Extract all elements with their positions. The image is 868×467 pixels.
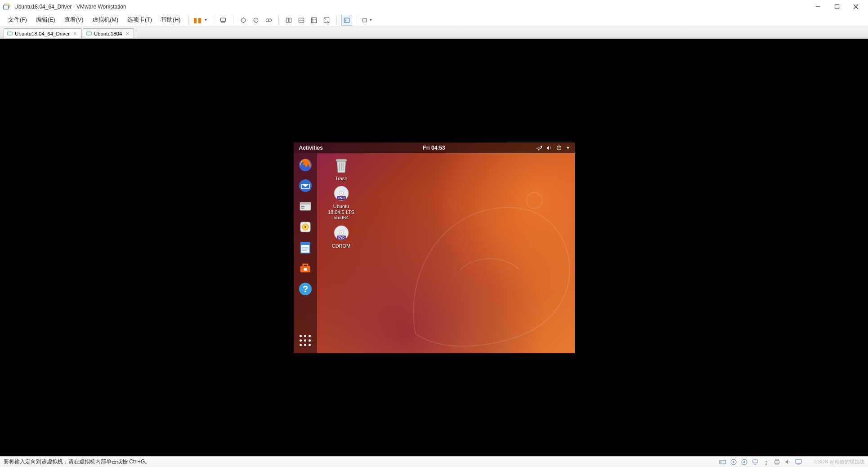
svg-text:?: ? (302, 284, 308, 294)
pause-vm-button[interactable]: ▮▮▼ (193, 16, 208, 24)
svg-rect-3 (835, 5, 839, 9)
svg-rect-37 (301, 242, 310, 245)
svg-text:?: ? (541, 146, 542, 148)
device-cd2-icon[interactable] (741, 459, 747, 465)
svg-rect-32 (301, 208, 304, 209)
desktop-item-ubuntu-iso[interactable]: DVD Ubuntu 18.04.5 LTS amd64 (323, 184, 359, 221)
dock-app-thunderbird[interactable] (296, 177, 314, 195)
svg-rect-13 (289, 18, 291, 22)
vm-viewport[interactable]: Activities Fri 04:53 ? ▼ ? T (0, 39, 868, 456)
dock-app-help[interactable]: ? (296, 280, 314, 298)
device-cd-icon[interactable] (730, 459, 737, 465)
separator (336, 16, 337, 25)
svg-rect-12 (286, 18, 289, 22)
svg-rect-7 (222, 22, 224, 22)
console-view-button[interactable] (341, 15, 352, 26)
chevron-down-icon[interactable]: ▼ (369, 18, 372, 22)
svg-point-62 (733, 461, 734, 463)
svg-rect-45 (336, 159, 347, 161)
ubuntu-dock: ? (294, 153, 317, 353)
device-net-icon[interactable] (752, 459, 759, 465)
window-titlebar: Ubuntu18.04_64_Driver - VMware Workstati… (0, 0, 868, 13)
svg-rect-21 (87, 32, 91, 35)
show-applications-button[interactable] (297, 333, 313, 349)
svg-rect-30 (300, 202, 311, 205)
close-button[interactable] (853, 4, 859, 10)
menu-help[interactable]: 帮助(H) (157, 15, 184, 25)
device-printer-icon[interactable] (774, 459, 780, 465)
dock-app-rhythmbox[interactable] (296, 218, 314, 236)
dock-app-files[interactable] (296, 197, 314, 215)
chevron-down-icon[interactable]: ▼ (204, 18, 208, 22)
system-menu-chevron-icon[interactable]: ▼ (566, 146, 570, 150)
fullscreen-button[interactable] (321, 15, 332, 26)
svg-text:DVD: DVD (338, 196, 345, 200)
device-hdd-icon[interactable] (719, 459, 726, 465)
dvd-icon: DVD (332, 184, 351, 203)
svg-rect-16 (312, 18, 317, 22)
menu-file[interactable]: 文件(F) (4, 15, 31, 25)
statusbar-hint: 要将输入定向到该虚拟机，请在虚拟机内部单击或按 Ctrl+G。 (4, 458, 150, 466)
clock[interactable]: Fri 04:53 (423, 145, 445, 151)
snapshot-manage-button[interactable] (263, 15, 274, 26)
snapshot-revert-button[interactable] (251, 15, 261, 26)
svg-point-64 (743, 461, 745, 463)
svg-point-35 (304, 226, 306, 228)
svg-text:DVD: DVD (338, 236, 345, 239)
device-sound-icon[interactable] (785, 459, 791, 465)
vm-tab-ubuntu1804[interactable]: Ubuntu1804 × (83, 28, 134, 38)
wallpaper-beaver-outline (381, 156, 575, 353)
svg-point-56 (340, 232, 342, 234)
stretch-guest-button[interactable]: ▼ (362, 15, 372, 26)
minimize-button[interactable] (815, 4, 821, 10)
vm-tab-icon (7, 31, 13, 37)
svg-point-23 (538, 149, 539, 150)
dock-app-firefox[interactable] (296, 156, 314, 174)
svg-rect-18 (345, 18, 349, 22)
menubar: 文件(F) 编辑(E) 查看(V) 虚拟机(M) 选项卡(T) 帮助(H) ▮▮… (0, 13, 868, 27)
snapshot-take-button[interactable] (238, 15, 249, 26)
svg-rect-65 (753, 460, 758, 463)
device-usb-icon[interactable] (763, 459, 769, 465)
viewmode-split-button[interactable] (296, 15, 307, 26)
statusbar: 要将输入定向到该虚拟机，请在虚拟机内部单击或按 Ctrl+G。 CSDN @精致… (0, 456, 868, 467)
statusbar-device-icons: CSDN @精致的螺旋线 (719, 458, 864, 465)
svg-rect-68 (775, 459, 779, 461)
volume-indicator-icon[interactable] (546, 145, 552, 151)
activities-button[interactable]: Activities (294, 145, 328, 151)
close-tab-button[interactable]: × (73, 30, 77, 37)
watermark-text: CSDN @精致的螺旋线 (814, 458, 864, 465)
svg-point-9 (254, 18, 259, 22)
dock-app-software[interactable] (296, 259, 314, 277)
vm-tab-strip: Ubuntu18.04_64_Driver × Ubuntu1804 × (0, 27, 868, 39)
separator (188, 16, 189, 25)
desktop-icons: Trash DVD Ubuntu 18.04.5 LTS amd64 DVD C… (323, 156, 359, 249)
desktop-item-cdrom[interactable]: DVD CDROM (323, 223, 359, 249)
close-tab-button[interactable]: × (125, 30, 129, 37)
svg-point-51 (340, 192, 342, 194)
send-ctrl-alt-del-button[interactable] (218, 15, 228, 26)
device-display-icon[interactable] (795, 459, 802, 465)
svg-point-61 (731, 459, 736, 465)
menu-edit[interactable]: 编辑(E) (32, 15, 59, 25)
svg-point-60 (720, 462, 721, 463)
svg-point-8 (242, 18, 246, 22)
svg-rect-1 (4, 5, 9, 9)
svg-rect-70 (796, 459, 801, 463)
menu-tabs[interactable]: 选项卡(T) (124, 15, 156, 25)
network-indicator-icon[interactable]: ? (536, 145, 542, 151)
separator (233, 16, 233, 25)
menu-vm[interactable]: 虚拟机(M) (89, 15, 122, 25)
viewmode-single-button[interactable] (283, 15, 294, 26)
trash-icon (332, 156, 351, 175)
guest-screen[interactable]: Activities Fri 04:53 ? ▼ ? T (294, 142, 575, 353)
unity-button[interactable] (309, 15, 319, 26)
dvd-icon: DVD (332, 223, 351, 242)
menu-view[interactable]: 查看(V) (61, 15, 87, 25)
dock-app-writer[interactable] (296, 239, 314, 257)
svg-rect-19 (363, 18, 367, 22)
power-indicator-icon[interactable] (556, 145, 562, 151)
desktop-item-trash[interactable]: Trash (323, 156, 359, 182)
maximize-button[interactable] (834, 4, 840, 10)
vm-tab-ubuntu-driver[interactable]: Ubuntu18.04_64_Driver × (4, 28, 82, 38)
